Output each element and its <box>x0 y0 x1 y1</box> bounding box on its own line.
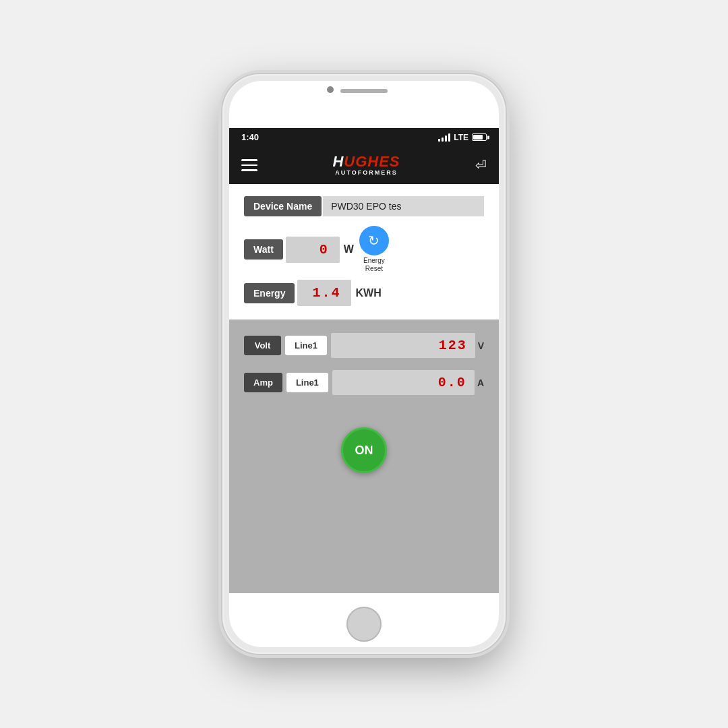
app-header: HUGHES AUTOFORMERS ⏎ <box>229 146 499 184</box>
logo-rest: UGHES <box>344 153 400 170</box>
energy-label: Energy <box>244 283 295 303</box>
energy-reset-button[interactable]: ↻ EnergyReset <box>359 226 389 273</box>
status-bar: 1:40 LTE <box>229 128 499 146</box>
main-content: Device Name PWD30 EPO tes Watt 0 W ↻ Ene… <box>229 184 499 593</box>
amp-display: 0.0 <box>332 370 475 395</box>
volt-unit: V <box>478 340 484 351</box>
watt-row: Watt 0 W ↻ EnergyReset <box>244 226 484 273</box>
amp-unit: A <box>477 377 484 388</box>
energy-reset-label: EnergyReset <box>363 257 385 273</box>
status-right: LTE <box>438 133 487 142</box>
watt-label: Watt <box>244 239 283 260</box>
white-section: Device Name PWD30 EPO tes Watt 0 W ↻ Ene… <box>229 184 499 320</box>
signal-bar-2 <box>442 138 444 142</box>
on-button[interactable]: ON <box>341 427 387 473</box>
camera <box>327 86 334 93</box>
hamburger-line-3 <box>241 169 257 171</box>
device-name-label: Device Name <box>244 196 322 216</box>
logo-h: H <box>332 153 344 170</box>
watt-value: 0 <box>320 242 329 257</box>
volt-label: Volt <box>244 336 281 355</box>
hamburger-line-2 <box>241 164 257 166</box>
volt-display: 123 <box>331 333 475 358</box>
watt-display: 0 <box>286 237 340 263</box>
energy-value: 1.4 <box>312 285 340 301</box>
amp-value: 0.0 <box>438 375 466 390</box>
energy-reset-icon: ↻ <box>359 226 389 255</box>
energy-unit: KWH <box>355 287 381 299</box>
device-name-value: PWD30 EPO tes <box>323 196 484 216</box>
volt-row: Volt Line1 123 V <box>244 333 484 358</box>
hamburger-line-1 <box>241 159 257 161</box>
amp-row: Amp Line1 0.0 A <box>244 370 484 395</box>
amp-line-label: Line1 <box>286 373 328 392</box>
logo: HUGHES AUTOFORMERS <box>332 154 400 176</box>
lte-label: LTE <box>454 133 468 142</box>
phone-inner: 1:40 LTE <box>229 81 499 647</box>
gray-section: Volt Line1 123 V Amp Line1 0.0 <box>229 320 499 593</box>
signal-bar-4 <box>448 133 450 142</box>
battery-icon <box>472 133 487 141</box>
energy-row: Energy 1.4 KWH <box>244 280 484 306</box>
logo-text: HUGHES <box>332 154 400 169</box>
signal-bar-1 <box>438 139 440 142</box>
volt-line-label: Line1 <box>285 336 327 355</box>
amp-label: Amp <box>244 373 282 392</box>
screen: 1:40 LTE <box>229 128 499 593</box>
phone-frame: 1:40 LTE <box>222 74 506 654</box>
battery-fill <box>473 135 483 140</box>
status-time: 1:40 <box>241 132 259 142</box>
watt-unit: W <box>344 243 354 255</box>
volt-value: 123 <box>439 338 467 353</box>
signal-bar-3 <box>445 135 447 142</box>
back-button[interactable]: ⏎ <box>475 157 487 173</box>
device-name-row: Device Name PWD30 EPO tes <box>244 196 484 216</box>
speaker <box>340 89 388 93</box>
signal-bars <box>438 133 450 142</box>
home-button[interactable] <box>346 607 382 642</box>
hamburger-menu[interactable] <box>241 159 257 171</box>
logo-sub: AUTOFORMERS <box>335 169 397 176</box>
energy-display: 1.4 <box>297 280 351 306</box>
